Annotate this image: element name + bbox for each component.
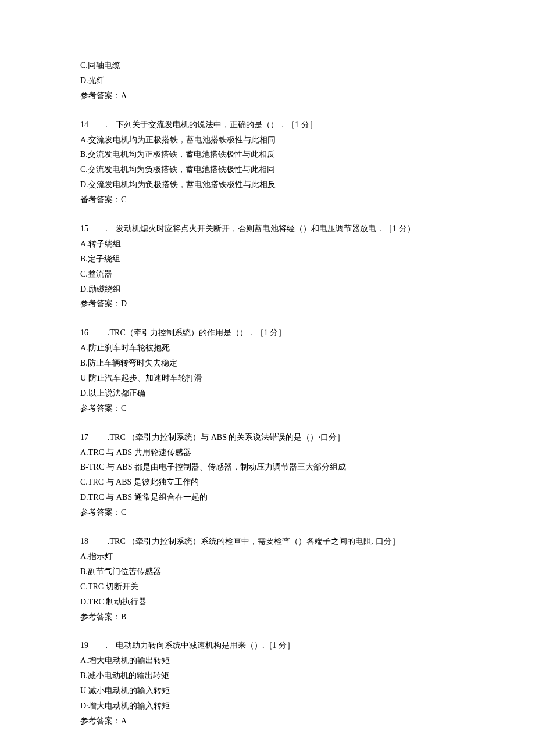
answer-line: 参考答案：C [80, 401, 455, 416]
question-text: 下列关于交流发电机的说法中，正确的是（）．［1 分］ [116, 120, 318, 129]
option-line: C.整流器 [80, 267, 455, 282]
question-text: .TRC （牵引力控制系统）系统的检亘中，需要检查（）各端子之间的电阻. 口分］ [108, 537, 400, 546]
option-line: C.TRC 切断开关 [80, 579, 455, 594]
question-18: 18 .TRC （牵引力控制系统）系统的检亘中，需要检查（）各端子之间的电阻. … [80, 534, 455, 624]
option-line: A.指示灯 [80, 549, 455, 564]
option-line: U 减小电动机的输入转矩 [80, 683, 455, 698]
option-line: B.定子绕组 [80, 252, 455, 267]
question-stem: 17 .TRC （牵引力控制系统）与 ABS 的关系说法错误的是（）·口分］ [80, 430, 455, 445]
question-stem: 15 ． 发动机熄火时应将点火开关断开，否则蓄电池将经（）和电压调节器放电．［1… [80, 221, 455, 237]
question-text: 发动机熄火时应将点火开关断开，否则蓄电池将经（）和电压调节器放电．［1 分） [116, 224, 415, 233]
option-line: C.交流发电机均为负极搭铁，蓄电池搭铁极性与此相同 [80, 162, 455, 177]
question-dot: ． [102, 117, 110, 132]
question-stem: 14 ． 下列关于交流发电机的说法中，正确的是（）．［1 分］ [80, 117, 455, 132]
answer-line: 番考答案：C [80, 192, 455, 207]
option-line: D.光纤 [80, 73, 455, 88]
question-stem: 16 .TRC（牵引力控制系统）的作用是（）．［1 分］ [80, 325, 455, 341]
question-number: 16 [80, 325, 93, 341]
option-line: A.增大电动机的输出转矩 [80, 653, 455, 668]
question-number: 17 [80, 430, 93, 445]
option-line: D·增大电动机的输入转矩 [80, 698, 455, 714]
option-line: D.励磁绕组 [80, 282, 455, 297]
question-text: 电动助力转向系统中减速机构是用来（）.［1 分］ [116, 641, 295, 650]
question-number: 14 [80, 117, 93, 132]
question-16: 16 .TRC（牵引力控制系统）的作用是（）．［1 分］ A.防止刹车时车轮被抱… [80, 325, 455, 415]
question-15: 15 ． 发动机熄火时应将点火开关断开，否则蓄电池将经（）和电压调节器放电．［1… [80, 221, 455, 311]
prefix-block: C.同轴电缆 D.光纤 参考答案：A [80, 58, 455, 103]
answer-line: 参考答案：A [80, 714, 455, 729]
answer-line: 参考答案：A [80, 88, 455, 103]
option-line: D.TRC 与 ABS 通常是组合在一起的 [80, 490, 455, 505]
option-line: D.以上说法都正确 [80, 386, 455, 401]
option-line: A.交流发电机均为正极搭铁，蓄电池搭铁极性与此相同 [80, 132, 455, 148]
option-line: A.TRC 与 ABS 共用轮速传感器 [80, 445, 455, 460]
option-line: B.防止车辆转弯时失去稳定 [80, 356, 455, 371]
question-19: 19 ． 电动助力转向系统中减速机构是用来（）.［1 分］ A.增大电动机的输出… [80, 638, 455, 728]
answer-line: 参考答案：C [80, 505, 455, 520]
option-line: U 防止汽车起步、加速时车轮打滑 [80, 371, 455, 386]
option-line: C.同轴电缆 [80, 58, 455, 73]
question-number: 15 [80, 221, 93, 237]
answer-line: 参考答案：B [80, 610, 455, 625]
answer-line: 参考答案：D [80, 296, 455, 311]
option-line: C.TRC 与 ABS 是彼此独立工作的 [80, 475, 455, 490]
option-line: A.防止刹车时车轮被抱死 [80, 341, 455, 356]
option-line: B.交流发电机均为正极搭铁，蓄电池搭铁极性与此相反 [80, 147, 455, 162]
question-number: 18 [80, 534, 93, 549]
question-text: .TRC （牵引力控制系统）与 ABS 的关系说法错误的是（）·口分］ [108, 433, 345, 442]
question-text: .TRC（牵引力控制系统）的作用是（）．［1 分］ [108, 328, 286, 337]
option-line: D.交流发电机均为负极搭铁，蓄电池搭铁极性与此相反 [80, 177, 455, 192]
option-line: D.TRC 制动执行器 [80, 594, 455, 610]
question-dot: ． [102, 638, 110, 653]
question-14: 14 ． 下列关于交流发电机的说法中，正确的是（）．［1 分］ A.交流发电机均… [80, 117, 455, 207]
question-stem: 18 .TRC （牵引力控制系统）系统的检亘中，需要检查（）各端子之间的电阻. … [80, 534, 455, 549]
option-line: B.减小电动机的输出转矩 [80, 668, 455, 683]
question-stem: 19 ． 电动助力转向系统中减速机构是用来（）.［1 分］ [80, 638, 455, 653]
option-line: B-TRC 与 ABS 都是由电子控制器、传感器，制动压力调节器三大部分组成 [80, 460, 455, 475]
option-line: B.副节气门位苦传感器 [80, 564, 455, 579]
question-number: 19 [80, 638, 93, 653]
option-line: A.转子绕组 [80, 237, 455, 252]
question-dot: ． [102, 221, 110, 237]
question-17: 17 .TRC （牵引力控制系统）与 ABS 的关系说法错误的是（）·口分］ A… [80, 430, 455, 520]
